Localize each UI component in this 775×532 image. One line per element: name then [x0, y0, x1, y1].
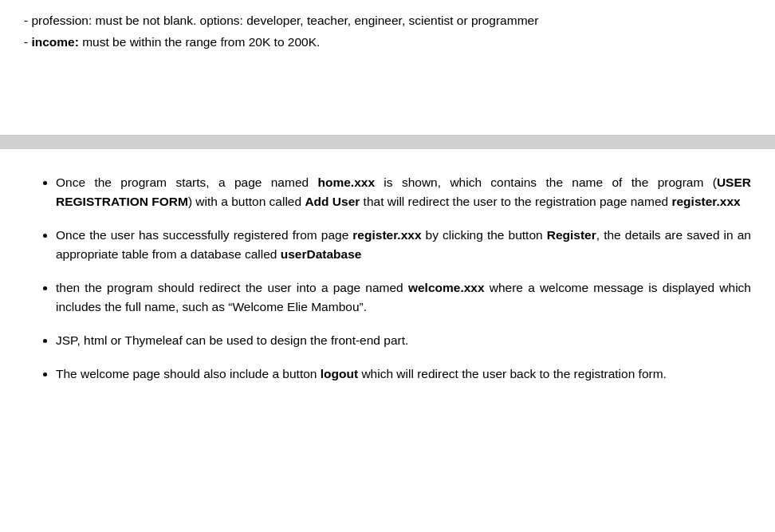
- whitespace-spacer: [0, 71, 775, 135]
- list-item: Once the program starts, a page named ho…: [56, 173, 751, 211]
- item1-text3: ) with a button called: [188, 195, 305, 208]
- item1-bold4: register.xxx: [671, 195, 740, 208]
- bottom-section: Once the program starts, a page named ho…: [0, 149, 775, 408]
- horizontal-divider: [0, 135, 775, 149]
- item1-bold3: Add User: [305, 195, 360, 208]
- item3-text1: then the program should redirect the use…: [56, 281, 408, 294]
- item2-bold1: register.xxx: [352, 228, 421, 242]
- bullet-list: Once the program starts, a page named ho…: [32, 173, 751, 384]
- item2-text2: by clicking the button: [422, 228, 547, 242]
- income-bold: income:: [31, 35, 78, 49]
- item1-text2: is shown, which contains the name of the…: [375, 175, 717, 189]
- top-section: - profession: must be not blank. options…: [0, 0, 775, 71]
- item2-bold3: userDatabase: [281, 247, 362, 261]
- item5-text2: which will redirect the user back to the…: [358, 367, 667, 380]
- item1-text1: Once the program starts, a page named: [56, 175, 318, 189]
- item5-text1: The welcome page should also include a b…: [56, 367, 321, 380]
- income-line: - income: must be within the range from …: [24, 33, 751, 51]
- list-item: then the program should redirect the use…: [56, 278, 751, 317]
- item5-bold1: logout: [321, 367, 358, 380]
- item1-bold1: home.xxx: [318, 175, 376, 189]
- item1-text4: that will redirect the user to the regis…: [360, 195, 671, 208]
- list-item: JSP, html or Thymeleaf can be used to de…: [56, 331, 751, 350]
- item2-bold2: Register: [547, 228, 596, 242]
- item2-text1: Once the user has successfully registere…: [56, 228, 352, 242]
- list-item: The welcome page should also include a b…: [56, 365, 751, 384]
- item4-text: JSP, html or Thymeleaf can be used to de…: [56, 333, 408, 347]
- profession-line: - profession: must be not blank. options…: [24, 11, 751, 30]
- list-item: Once the user has successfully registere…: [56, 226, 751, 264]
- item3-bold1: welcome.xxx: [408, 281, 485, 294]
- income-suffix: must be within the range from 20K to 200…: [79, 35, 320, 49]
